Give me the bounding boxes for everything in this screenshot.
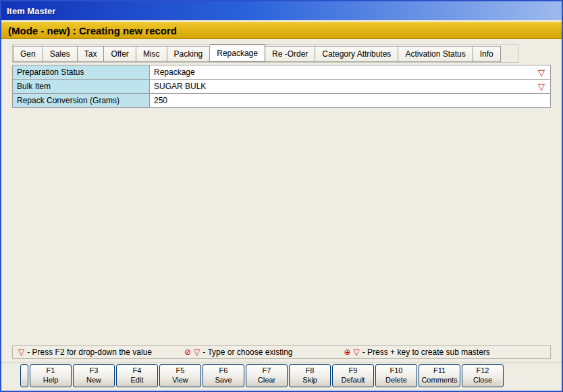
button-label: Clear [258,376,275,385]
dropdown-triangle-icon: ▽ [194,347,200,357]
button-label: Close [473,376,492,385]
preparation-status-value: Repackage [154,67,538,77]
f8-skip-button[interactable]: F8 Skip [289,364,331,387]
tab-tax[interactable]: Tax [78,46,105,62]
form-grid: Preparation Status Repackage ▽ Bulk Item… [12,65,551,108]
legend-bar: ▽ - Press F2 for drop-down the value ⊘ ▽… [12,345,551,359]
f12-close-button[interactable]: F12 Close [462,364,504,387]
mode-text: (Mode - new) : Creating new record [8,25,177,36]
item-master-window: Item Master (Mode - new) : Creating new … [0,0,563,392]
function-key: F7 [263,366,271,376]
button-label: Help [43,376,59,385]
form-row-preparation-status: Preparation Status Repackage ▽ [12,65,551,80]
dropdown-triangle-icon: ▽ [18,347,24,357]
legend-item-type-or-choose: ⊘ ▽ - Type or choose existing [184,347,292,357]
tab-activation-status[interactable]: Activation Status [398,46,473,62]
tab-offer[interactable]: Offer [104,46,136,62]
tab-info[interactable]: Info [473,46,501,62]
function-key: F6 [219,366,228,376]
button-label: Comments [421,376,457,385]
window-title: Item Master [7,6,55,16]
button-label: New [86,376,101,385]
repack-conversion-field[interactable]: 250 [150,93,551,108]
content-area [1,108,562,345]
function-key: F3 [90,366,99,376]
form-row-bulk-item: Bulk Item SUGAR BULK ▽ [12,79,551,94]
tab-re-order[interactable]: Re -Order [265,46,315,62]
dropdown-triangle-icon: ▽ [354,347,360,357]
tab-strip: Gen Sales Tax Offer Misc Packing Repacka… [12,44,518,63]
function-key: F1 [47,366,55,376]
bulk-item-field[interactable]: SUGAR BULK ▽ [150,79,551,94]
f1-help-button[interactable]: F1 Help [30,364,72,387]
f10-delete-button[interactable]: F10 Delete [375,364,417,387]
function-key: F10 [390,366,403,376]
tab-misc[interactable]: Misc [136,46,167,62]
function-key: F4 [133,366,142,376]
preparation-status-label: Preparation Status [12,65,150,80]
button-label: View [172,376,188,385]
legend-text: - Type or choose existing [203,347,292,357]
f7-clear-button[interactable]: F7 Clear [246,364,288,387]
f6-save-button[interactable]: F6 Save [203,364,244,387]
legend-item-sub-masters: ⊕ ▽ - Press + key to create sub masters [344,347,489,357]
function-key: F12 [477,366,489,376]
preparation-status-field[interactable]: Repackage ▽ [150,65,551,80]
tab-category-attributes[interactable]: Category Attributes [315,46,398,62]
form-row-repack-conversion: Repack Conversion (Grams) 250 [12,93,551,108]
function-key: F11 [433,366,446,376]
button-label: Default [342,376,365,385]
bulk-item-value: SUGAR BULK [154,82,538,91]
button-label: Delete [385,376,407,385]
legend-item-dropdown: ▽ - Press F2 for drop-down the value [18,347,152,357]
repack-conversion-label: Repack Conversion (Grams) [12,93,150,108]
legend-text: - Press + key to create sub masters [363,347,490,357]
f4-edit-button[interactable]: F4 Edit [116,364,158,387]
button-label: Save [215,376,232,385]
function-key: F5 [176,366,185,376]
tab-repackage[interactable]: Repackage [210,45,265,62]
mode-bar: (Mode - new) : Creating new record [1,22,562,39]
function-key: F9 [349,366,358,376]
button-label: Edit [131,376,144,385]
f11-comments-button[interactable]: F11 Comments [419,364,460,387]
repack-conversion-value: 250 [154,96,545,105]
legend-text: - Press F2 for drop-down the value [27,347,152,357]
spacer-button[interactable] [20,364,28,387]
f9-default-button[interactable]: F9 Default [332,364,374,387]
function-key-bar: F1 Help F3 New F4 Edit F5 View F6 Save F… [1,362,562,391]
tab-gen[interactable]: Gen [13,46,43,62]
f3-new-button[interactable]: F3 New [73,364,115,387]
function-key: F8 [306,366,315,376]
title-bar: Item Master [1,1,562,20]
tab-packing[interactable]: Packing [167,46,211,62]
button-label: Skip [302,376,317,385]
dropdown-triangle-icon[interactable]: ▽ [538,68,545,77]
tab-sales[interactable]: Sales [43,46,78,62]
f5-view-button[interactable]: F5 View [159,364,201,387]
circle-plus-icon: ⊕ [344,347,350,357]
bulk-item-label: Bulk Item [12,79,150,94]
dropdown-triangle-icon[interactable]: ▽ [538,82,545,91]
circle-slash-icon: ⊘ [184,347,191,357]
